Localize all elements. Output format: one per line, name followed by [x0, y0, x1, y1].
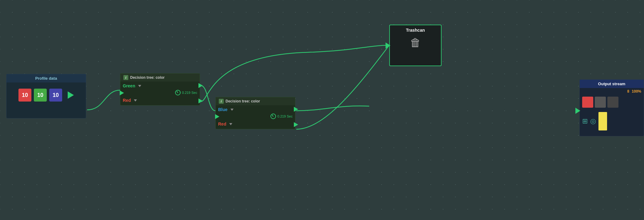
profile-data-body: 10 10 10: [6, 82, 86, 108]
dt2-blue-output[interactable]: [294, 107, 298, 112]
decision-tree-1-info: i: [123, 75, 128, 80]
profile-data-node: Profile data 10 10 10: [6, 74, 86, 118]
decision-tree-1-red-row: Red: [120, 97, 200, 105]
dt1-green-label: Green: [123, 83, 135, 88]
decision-tree-2-red-row: Red: [216, 120, 295, 129]
trashcan-title: Trashcan: [390, 25, 441, 35]
decision-tree-2-title: Decision tree: color: [226, 99, 260, 103]
output-bar-fill: [598, 112, 607, 130]
dt1-speed-indicator: 0.219 Sec: [175, 90, 197, 95]
trashcan-node: Trashcan 🗑: [389, 25, 442, 66]
decision-tree-1-node: i Decision tree: color Green 0.219 Sec R…: [120, 73, 200, 106]
dt2-blue-label: Blue: [218, 107, 227, 112]
dt1-green-dropdown[interactable]: [138, 85, 141, 87]
dt2-red-label: Red: [218, 122, 226, 126]
dt1-green-output[interactable]: [198, 83, 203, 88]
decision-tree-2-header: i Decision tree: color: [216, 97, 295, 105]
decision-tree-2-node: i Decision tree: color Blue 0.219 Sec Re…: [215, 97, 295, 129]
output-swatch-gray2: [607, 97, 618, 108]
layers-icon[interactable]: ⊞: [582, 117, 588, 125]
output-colors: [580, 95, 644, 110]
dt2-red-output[interactable]: [294, 122, 298, 127]
target-icon[interactable]: ◎: [590, 117, 596, 125]
output-percent: 100%: [632, 89, 641, 94]
output-controls: ⊞ ◎: [580, 110, 644, 133]
dt2-input-port[interactable]: [215, 114, 219, 119]
dt2-speed-dial: [270, 114, 276, 119]
decision-tree-2-blue-row: Blue: [216, 105, 295, 113]
canvas-background: [0, 0, 644, 220]
decision-tree-1-header: i Decision tree: color: [120, 74, 200, 82]
output-count: 8: [627, 89, 630, 94]
decision-tree-1-speed-row: 0.219 Sec: [120, 89, 200, 97]
dt2-blue-dropdown[interactable]: [230, 109, 234, 111]
output-bar: [598, 112, 607, 130]
trashcan-icon: 🗑: [410, 36, 421, 49]
badge-blue: 10: [49, 89, 62, 102]
dt2-speed-indicator: 0.219 Sec: [270, 114, 293, 119]
dt1-speed-dial: [175, 90, 181, 95]
output-stream-title: Output stream: [580, 80, 644, 88]
dt1-red-dropdown[interactable]: [134, 99, 137, 102]
output-swatch-red: [582, 97, 593, 108]
dt1-input-port[interactable]: [120, 90, 124, 95]
dt2-speed-value: 0.219 Sec: [277, 114, 293, 118]
profile-data-title: Profile data: [6, 74, 86, 82]
dt2-red-dropdown[interactable]: [229, 123, 232, 125]
decision-tree-2-speed-row: 0.219 Sec: [216, 113, 295, 120]
dt1-speed-value: 0.219 Sec: [182, 91, 197, 94]
decision-tree-2-info: i: [219, 99, 224, 104]
dt1-red-label: Red: [123, 98, 131, 103]
output-stream-node: Output stream 8 100% ⊞ ◎: [579, 79, 644, 136]
output-swatch-gray1: [595, 97, 606, 108]
badge-green: 10: [34, 89, 47, 102]
badge-red: 10: [18, 89, 31, 102]
profile-output-port[interactable]: [68, 91, 74, 99]
decision-tree-1-green-row: Green: [120, 82, 200, 89]
output-input-port[interactable]: [575, 108, 580, 114]
trashcan-input-port[interactable]: [386, 42, 390, 49]
output-stats: 8 100%: [580, 88, 644, 95]
decision-tree-1-title: Decision tree: color: [130, 75, 165, 80]
dt1-red-output[interactable]: [198, 98, 203, 103]
